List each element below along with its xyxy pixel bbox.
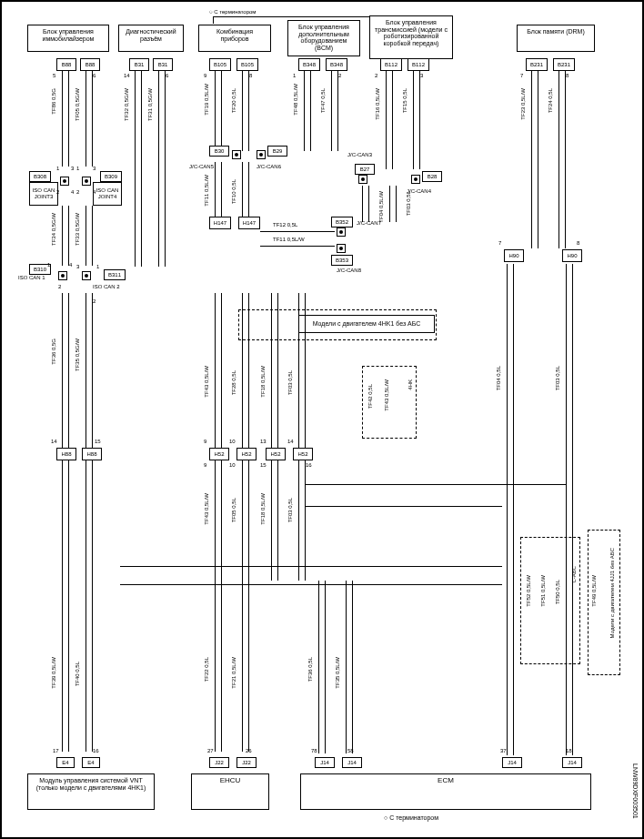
iso-can-joint4: ISO CAN JOINT4 — [93, 182, 122, 206]
conn-B231-2: B231 — [553, 58, 575, 71]
module-vnt: Модуль управления системой VNT (только м… — [27, 773, 155, 810]
conn-B29: B29 — [267, 146, 287, 157]
conn-H147-1: H147 — [209, 217, 231, 229]
conn-J14-2: J14 — [342, 757, 362, 768]
conn-E4-2: E4 — [82, 757, 100, 768]
conn-B352: B352 — [331, 217, 353, 227]
note-4hk1: Модели с двигателем 4HK1 без АБС — [298, 315, 435, 333]
iso-can-joint3: ISO CAN JOINT3 — [29, 182, 58, 206]
jc-can5: J/C-CAN5 — [189, 164, 214, 169]
conn-B353: B353 — [331, 255, 353, 266]
conn-E4-1: E4 — [56, 757, 75, 768]
header-bcm: Блок управления дополнительным оборудова… — [287, 20, 360, 56]
conn-B308: B308 — [29, 171, 51, 182]
jc-can6: J/C-CAN6 — [257, 164, 281, 169]
conn-B311: B311 — [104, 269, 126, 280]
jc-can3: J/C-CAN3 — [347, 152, 372, 157]
conn-B28: B28 — [422, 171, 442, 182]
conn-J22-1: J22 — [209, 757, 229, 768]
conn-B30: B30 — [209, 146, 229, 157]
conn-H88-1: H88 — [56, 448, 76, 460]
conn-B105-1: B105 — [209, 58, 231, 71]
conn-H90-2: H90 — [562, 249, 582, 262]
conn-B112-2: B112 — [408, 58, 429, 71]
conn-H52-2: H52 — [236, 448, 257, 460]
conn-H147-2: H147 — [238, 217, 260, 229]
conn-H52-3: H52 — [266, 448, 286, 460]
header-immobilizer: Блок управления иммобилайзером — [27, 25, 109, 52]
conn-H52-1: H52 — [209, 448, 229, 460]
conn-J22-2: J22 — [236, 757, 257, 768]
header-transmission: Блок управления трансмиссией (модели с р… — [369, 15, 453, 59]
conn-H88-2: H88 — [82, 448, 102, 460]
conn-B348-2: B348 — [326, 58, 347, 71]
jc-can7: J/C-CAN7 — [357, 220, 381, 226]
top-marker: ○ С терминатором — [209, 9, 256, 15]
conn-J14-1: J14 — [315, 757, 335, 768]
conn-B105-2: B105 — [236, 58, 258, 71]
conn-B112-1: B112 — [380, 58, 402, 71]
conn-J14-3: J14 — [502, 757, 522, 768]
conn-B27: B27 — [355, 164, 375, 175]
conn-B348-1: B348 — [298, 58, 320, 71]
conn-H90-1: H90 — [504, 249, 524, 262]
header-cluster: Комбинация приборов — [198, 25, 271, 52]
conn-B88-2: B88 — [80, 58, 100, 71]
conn-B231-1: B231 — [526, 58, 548, 71]
conn-B31-1: B31 — [129, 58, 149, 71]
conn-B31-2: B31 — [153, 58, 173, 71]
module-ehcu: EHCU — [191, 773, 269, 810]
iso-can1: ISO CAN 1 — [18, 275, 45, 280]
conn-B88-1: B88 — [56, 58, 76, 71]
conn-J14-4: J14 — [562, 757, 582, 768]
module-ecm: ECM — [300, 773, 591, 810]
jc-can8: J/C-CAN8 — [337, 268, 361, 273]
bottom-marker: ○ С терминатором — [384, 814, 438, 821]
diagram-id: LNW89DXF003501 — [632, 763, 639, 819]
header-diagnostic: Диагностический разъём — [118, 25, 184, 52]
wiring-diagram: ○ С терминатором Блок управления иммобил… — [0, 0, 644, 839]
conn-B309: B309 — [100, 171, 122, 182]
iso-can2: ISO CAN 2 — [93, 284, 120, 289]
conn-H52-4: H52 — [293, 448, 313, 460]
header-drm: Блок памяти (DRM) — [517, 25, 595, 52]
